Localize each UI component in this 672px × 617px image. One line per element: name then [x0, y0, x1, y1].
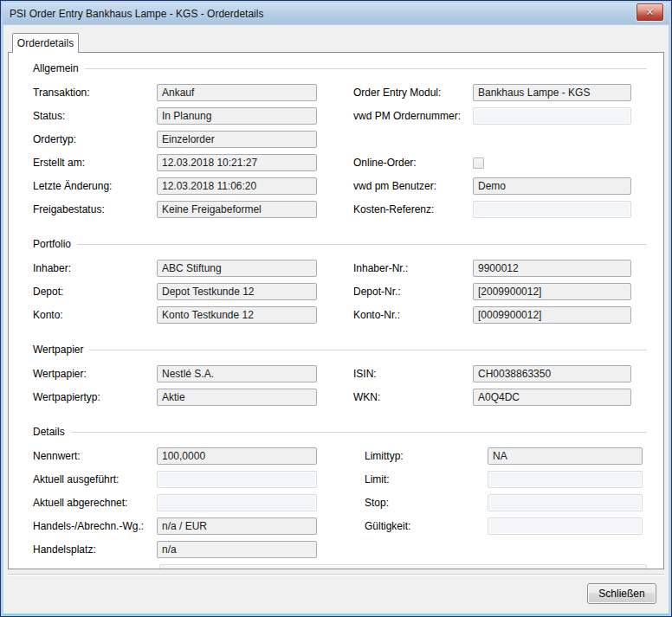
label-wkn: WKN:	[353, 391, 473, 403]
field-inhaber[interactable]: ABC Stiftung	[157, 260, 317, 277]
field-erstellt-am[interactable]: 12.03.2018 10:21:27	[157, 154, 317, 171]
field-gueltigkeit	[488, 517, 643, 535]
field-wertpapiertyp[interactable]: Aktie	[157, 389, 317, 406]
group-divider	[89, 350, 647, 350]
field-vwd-pm-ordernummer	[473, 107, 631, 125]
label-ordertyp: Ordertyp:	[33, 133, 157, 145]
field-bemerkung	[159, 564, 647, 569]
label-handels-abrechn-wg: Handels-/Abrechn.-Wg.:	[33, 520, 157, 532]
field-wertpapier[interactable]: Nestlé S.A.	[157, 365, 317, 382]
row-inhaber-nr: Inhaber-Nr.: 9900012	[353, 260, 631, 277]
group-divider	[71, 432, 647, 433]
label-letzte-aenderung: Letzte Änderung:	[33, 180, 157, 192]
tab-label: Orderdetails	[17, 37, 74, 49]
label-isin: ISIN:	[353, 368, 473, 380]
row-online-order: Online-Order:	[353, 154, 631, 171]
row-freigabestatus: Freigabestatus: Keine Freigabeformel	[33, 201, 317, 218]
field-freigabestatus[interactable]: Keine Freigabeformel	[157, 201, 317, 218]
row-depot: Depot: Depot Testkunde 12	[33, 283, 317, 300]
field-letzte-aenderung[interactable]: 12.03.2018 11:06:20	[157, 177, 317, 195]
close-icon: ✕	[645, 7, 654, 17]
group-divider	[85, 68, 647, 69]
label-vwd-pm-ordernummer: vwd PM Ordernummer:	[353, 110, 473, 122]
schliessen-button-label: Schließen	[598, 588, 644, 600]
schliessen-button[interactable]: Schließen	[587, 583, 656, 604]
row-inhaber: Inhaber: ABC Stiftung	[33, 260, 317, 277]
group-portfolio: Portfolio Inhaber: ABC Stiftung Depot: D…	[33, 237, 647, 330]
group-title-portfolio: Portfolio	[33, 238, 77, 250]
label-aktuell-abgerechnet: Aktuell abgerechnet:	[33, 497, 157, 509]
label-depot: Depot:	[33, 286, 157, 298]
label-konto: Konto:	[33, 309, 157, 321]
field-isin[interactable]: CH0038863350	[473, 365, 631, 382]
row-isin: ISIN: CH0038863350	[353, 365, 631, 382]
label-inhaber: Inhaber:	[33, 262, 157, 274]
label-freigabestatus: Freigabestatus:	[33, 203, 157, 215]
field-handels-abrechn-wg[interactable]: n/a / EUR	[157, 517, 317, 535]
label-kosten-referenz: Kosten-Referenz:	[353, 203, 473, 215]
label-limittyp: Limittyp:	[365, 450, 488, 462]
field-konto-nr[interactable]: [0009900012]	[473, 306, 631, 324]
row-ordertyp: Ordertyp: Einzelorder	[33, 131, 317, 148]
field-konto[interactable]: Konto Testkunde 12	[157, 306, 317, 324]
label-konto-nr: Konto-Nr.:	[353, 309, 473, 321]
row-status: Status: In Planung	[33, 107, 317, 125]
label-stop: Stop:	[365, 497, 488, 509]
label-status: Status:	[33, 110, 157, 122]
row-wkn: WKN: A0Q4DC	[353, 389, 631, 406]
row-vwd-pm-benutzer: vwd pm Benutzer: Demo	[353, 177, 631, 195]
group-details: Details Nennwert: 100,0000 Aktuell ausge…	[33, 425, 647, 569]
field-limittyp[interactable]: NA	[488, 447, 643, 465]
group-title-details: Details	[33, 426, 71, 438]
group-wertpapier: Wertpapier Wertpapier: Nestlé S.A. Wertp…	[33, 343, 647, 412]
label-transaktion: Transaktion:	[33, 87, 157, 99]
row-konto: Konto: Konto Testkunde 12	[33, 306, 317, 324]
label-limit: Limit:	[365, 473, 488, 485]
label-erstellt-am: Erstellt am:	[33, 157, 157, 169]
field-kosten-referenz	[473, 201, 631, 218]
row-aktuell-ausgefuehrt: Aktuell ausgeführt:	[33, 471, 317, 488]
tab-page: Allgemein Transaktion: Ankauf Status: In…	[8, 52, 664, 569]
field-transaktion[interactable]: Ankauf	[157, 84, 317, 101]
field-vwd-pm-benutzer[interactable]: Demo	[473, 177, 631, 195]
group-divider	[77, 244, 647, 245]
field-inhaber-nr[interactable]: 9900012	[473, 260, 631, 277]
label-bemerkung: Bemerkung:	[33, 567, 159, 569]
group-allgemein: Allgemein Transaktion: Ankauf Status: In…	[33, 61, 647, 224]
field-nennwert[interactable]: 100,0000	[157, 447, 317, 465]
field-stop	[488, 494, 643, 511]
close-window-button[interactable]: ✕	[636, 3, 663, 21]
field-ordertyp[interactable]: Einzelorder	[157, 131, 317, 148]
row-limit: Limit:	[365, 471, 643, 488]
row-erstellt-am: Erstellt am: 12.03.2018 10:21:27	[33, 154, 317, 171]
tab-orderdetails[interactable]: Orderdetails	[12, 33, 79, 53]
label-handelsplatz: Handelsplatz:	[33, 543, 157, 556]
row-stop: Stop:	[365, 494, 643, 511]
field-depot-nr[interactable]: [2009900012]	[473, 283, 631, 300]
label-gueltigkeit: Gültigkeit:	[365, 520, 488, 532]
field-aktuell-ausgefuehrt	[157, 471, 317, 488]
online-order-checkbox	[473, 157, 484, 169]
row-kosten-referenz: Kosten-Referenz:	[353, 201, 631, 218]
row-wertpapier: Wertpapier: Nestlé S.A.	[33, 365, 317, 382]
row-wertpapiertyp: Wertpapiertyp: Aktie	[33, 389, 317, 406]
row-handelsplatz: Handelsplatz: n/a	[33, 541, 317, 558]
window-title: PSI Order Entry Bankhaus Lampe - KGS - O…	[10, 8, 263, 20]
row-letzte-aenderung: Letzte Änderung: 12.03.2018 11:06:20	[33, 177, 317, 195]
label-online-order: Online-Order:	[353, 157, 473, 169]
field-wkn[interactable]: A0Q4DC	[473, 389, 631, 406]
field-limit	[488, 471, 643, 488]
field-order-entry-modul[interactable]: Bankhaus Lampe - KGS	[473, 84, 631, 101]
row-transaktion: Transaktion: Ankauf	[33, 84, 317, 101]
row-handels-abrechn-wg: Handels-/Abrechn.-Wg.: n/a / EUR	[33, 517, 317, 535]
label-inhaber-nr: Inhaber-Nr.:	[353, 262, 473, 274]
field-status[interactable]: In Planung	[157, 107, 317, 125]
row-aktuell-abgerechnet: Aktuell abgerechnet:	[33, 494, 317, 511]
titlebar[interactable]: PSI Order Entry Bankhaus Lampe - KGS - O…	[3, 3, 669, 24]
row-depot-nr: Depot-Nr.: [2009900012]	[353, 283, 631, 300]
field-handelsplatz[interactable]: n/a	[157, 541, 317, 558]
group-title-allgemein: Allgemein	[33, 62, 85, 74]
row-gueltigkeit: Gültigkeit:	[365, 517, 643, 535]
field-depot[interactable]: Depot Testkunde 12	[157, 283, 317, 300]
row-vwd-pm-ordernummer: vwd PM Ordernummer:	[353, 107, 631, 125]
